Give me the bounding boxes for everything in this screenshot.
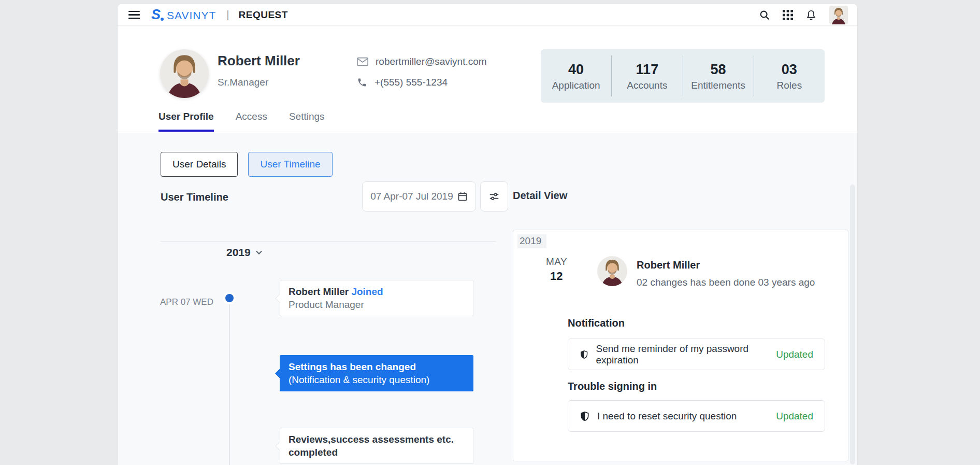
logo-s-icon: S	[151, 8, 161, 22]
brand-name: SAVINYT	[167, 9, 216, 22]
detail-section-heading: Trouble signing in	[568, 381, 657, 392]
user-phone: +(555) 555-1234	[374, 77, 448, 88]
phone-icon	[357, 77, 367, 88]
mail-icon	[357, 57, 368, 66]
timeline-divider	[161, 241, 496, 242]
timeline-event-card-selected[interactable]: Settings has been changed (Notification …	[280, 355, 473, 391]
top-navbar: S SAVINYT | REQUEST	[118, 4, 857, 26]
notifications-bell-icon[interactable]	[805, 9, 817, 21]
timeline-event-dot[interactable]	[225, 294, 234, 302]
event-subtitle: (Notification & security question)	[289, 373, 465, 386]
detail-view-heading: Detail View	[513, 190, 567, 202]
stat-entitlements: 58 Entitlements	[683, 55, 754, 96]
user-phone-row: +(555) 555-1234	[357, 77, 448, 88]
timeline-year-toggle[interactable]: 2019	[226, 246, 263, 259]
event-subtitle: Product Manager	[289, 298, 465, 311]
user-name: Robert Miller	[218, 53, 300, 69]
detail-month: MAY	[546, 256, 567, 267]
user-profile-photo	[160, 49, 209, 98]
status-badge: Updated	[776, 411, 813, 422]
timeline-axis	[229, 298, 230, 465]
detail-user-avatar	[597, 256, 627, 286]
stat-roles: 03 Roles	[754, 55, 825, 96]
detail-section-heading: Notification	[568, 317, 625, 329]
apps-grid-icon[interactable]	[783, 10, 793, 20]
event-title: Robert Miller	[289, 286, 349, 297]
event-title-accent: Joined	[351, 286, 383, 297]
navbar-divider: |	[226, 9, 229, 21]
date-range-value: 07 Apr-07 Jul 2019	[370, 191, 453, 202]
timeline-event-date: APR 07 WED	[160, 297, 213, 307]
detail-change-item: I need to reset security question Update…	[568, 400, 825, 432]
shield-icon	[580, 349, 588, 360]
app-window: S SAVINYT | REQUEST Robert Miller Sr.Man…	[118, 4, 857, 465]
chevron-down-icon	[255, 248, 263, 257]
user-email-row: robertmiller@saviynt.com	[357, 56, 487, 67]
timeline-year: 2019	[226, 246, 251, 259]
detail-year: 2019	[517, 234, 546, 248]
tab-user-profile[interactable]: User Profile	[158, 111, 214, 132]
detail-change-text: I need to reset security question	[597, 411, 737, 422]
date-range-picker[interactable]: 07 Apr-07 Jul 2019	[362, 181, 476, 212]
content-scrollbar[interactable]	[850, 185, 855, 464]
event-title: Reviews,success assessments etc. complet…	[289, 433, 465, 459]
user-stats-summary: 40 Application 117 Accounts 58 Entitleme…	[541, 49, 825, 103]
navbar-section-title: REQUEST	[239, 9, 288, 21]
search-icon[interactable]	[759, 9, 770, 21]
shield-icon	[580, 411, 590, 422]
user-email: robertmiller@saviynt.com	[376, 56, 487, 67]
detail-change-item: Send me reminder of my password expirati…	[568, 339, 825, 370]
view-toggle-group: User Details User Timeline	[161, 152, 333, 177]
filter-sliders-icon	[488, 191, 500, 202]
status-badge: Updated	[776, 349, 813, 360]
user-details-button[interactable]: User Details	[161, 152, 238, 177]
stat-accounts: 117 Accounts	[611, 55, 682, 96]
profile-tabs: User Profile Access Settings	[158, 111, 325, 132]
timeline-event-card[interactable]: Robert Miller Joined Product Manager	[280, 280, 473, 316]
hamburger-menu-icon[interactable]	[128, 11, 140, 19]
tab-settings[interactable]: Settings	[289, 111, 325, 132]
timeline-event-card[interactable]: Reviews,success assessments etc. complet…	[280, 428, 473, 464]
user-timeline-button[interactable]: User Timeline	[248, 152, 332, 177]
detail-change-text: Send me reminder of my password expirati…	[596, 343, 769, 366]
brand-logo[interactable]: S SAVINYT	[151, 8, 216, 22]
user-header: Robert Miller Sr.Manager robertmiller@sa…	[118, 26, 857, 132]
user-job-title: Sr.Manager	[218, 77, 268, 88]
detail-change-summary: 02 changes has been done 03 years ago	[637, 277, 815, 288]
detail-day: 12	[550, 270, 563, 283]
timeline-filter-button[interactable]	[480, 181, 508, 212]
detail-view-card: 2019 MAY 12 Robert Miller 02 changes has…	[513, 230, 848, 461]
event-title: Settings has been changed	[289, 360, 465, 373]
profile-body: User Details User Timeline User Timeline…	[118, 133, 857, 465]
detail-user-name: Robert Miller	[637, 259, 700, 271]
tab-access[interactable]: Access	[236, 111, 267, 132]
stat-application: 40 Application	[541, 55, 611, 96]
timeline-heading: User Timeline	[161, 191, 228, 203]
calendar-icon	[457, 191, 468, 202]
navbar-user-avatar[interactable]	[829, 6, 848, 24]
